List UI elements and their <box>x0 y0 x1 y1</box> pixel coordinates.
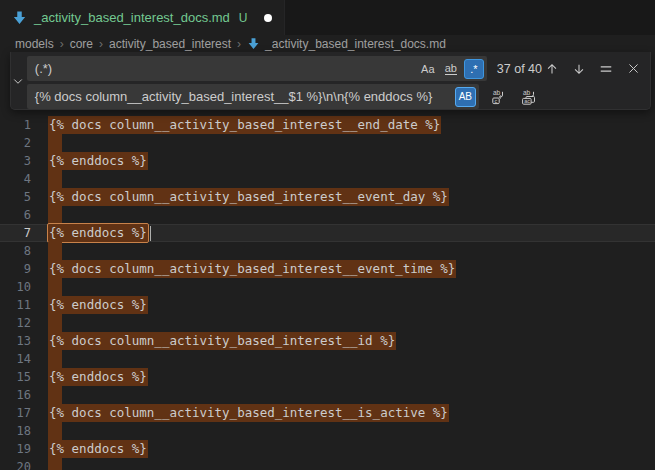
regex-toggle[interactable]: .* <box>464 59 484 79</box>
line-number: 16 <box>0 386 31 404</box>
line-number: 20 <box>0 458 31 470</box>
line-number: 14 <box>0 350 31 368</box>
line-number: 6 <box>0 206 31 224</box>
code-line[interactable]: 15{% enddocs %} <box>0 368 655 386</box>
breadcrumb-models[interactable]: models <box>15 37 54 51</box>
code-line[interactable]: 8 <box>0 242 655 260</box>
svg-text:ac: ac <box>525 98 531 104</box>
code-line[interactable]: 16 <box>0 386 655 404</box>
find-nav-buttons <box>542 59 643 79</box>
line-content: {% enddocs %} <box>31 440 148 458</box>
line-number: 8 <box>0 242 31 260</box>
breadcrumb-activity-based-interest[interactable]: activity_based_interest <box>109 37 231 51</box>
breadcrumb-core[interactable]: core <box>70 37 93 51</box>
find-match-empty-highlight <box>48 422 62 440</box>
code-line[interactable]: 1{% docs column__activity_based_interest… <box>0 116 655 134</box>
replace-input[interactable]: {% docs column__activity_based_interest_… <box>27 84 479 109</box>
line-number: 13 <box>0 332 31 350</box>
match-case-toggle[interactable]: Aa <box>418 59 438 79</box>
git-status-badge: U <box>239 11 248 25</box>
code-line[interactable]: 17{% docs column__activity_based_interes… <box>0 404 655 422</box>
code-line[interactable]: 13{% docs column__activity_based_interes… <box>0 332 655 350</box>
chevron-right-icon: › <box>98 37 104 51</box>
arrow-up-icon <box>545 62 559 76</box>
line-content <box>31 350 62 368</box>
line-content <box>31 422 62 440</box>
tab-bar: _activity_based_interest_docs.md U <box>0 0 655 35</box>
match-case-icon: Aa <box>421 63 434 75</box>
line-number: 18 <box>0 422 31 440</box>
find-match-empty-highlight <box>48 242 62 260</box>
line-number: 12 <box>0 314 31 332</box>
code-line[interactable]: 2 <box>0 134 655 152</box>
regex-icon: .* <box>470 63 477 75</box>
replace-row: {% docs column__activity_based_interest_… <box>25 84 650 109</box>
editor[interactable]: 1{% docs column__activity_based_interest… <box>0 52 655 470</box>
find-in-selection-icon <box>599 62 613 76</box>
line-content: {% enddocs %} <box>31 368 148 386</box>
line-content: {% enddocs %} <box>31 296 148 314</box>
arrow-down-icon <box>572 62 586 76</box>
svg-text:ab: ab <box>493 89 501 96</box>
next-match-button[interactable] <box>569 59 589 79</box>
line-number: 2 <box>0 134 31 152</box>
line-content <box>31 278 62 296</box>
find-match-highlight: {% docs column__activity_based_interest_… <box>48 188 449 206</box>
find-match-highlight: {% docs column__activity_based_interest_… <box>48 332 396 350</box>
search-options: Aa ab .* <box>418 59 484 79</box>
previous-match-button[interactable] <box>542 59 562 79</box>
line-content <box>31 386 62 404</box>
unsaved-changes-dot[interactable] <box>264 14 272 22</box>
find-match-highlight: {% enddocs %} <box>48 152 148 170</box>
find-row: (.*) Aa ab .* 37 of 40 <box>25 56 650 81</box>
line-content <box>31 206 62 224</box>
line-number: 3 <box>0 152 31 170</box>
find-match-empty-highlight <box>48 278 62 296</box>
code-line[interactable]: 19{% enddocs %} <box>0 440 655 458</box>
line-content <box>31 134 62 152</box>
find-match-highlight: {% docs column__activity_based_interest_… <box>48 116 441 134</box>
line-content: {% docs column__activity_based_interest_… <box>31 404 449 422</box>
code-line[interactable]: 12 <box>0 314 655 332</box>
line-content: {% docs column__activity_based_interest_… <box>31 116 441 134</box>
line-content <box>31 170 62 188</box>
whole-word-toggle[interactable]: ab <box>441 59 461 79</box>
code-line[interactable]: 14 <box>0 350 655 368</box>
replace-all-button[interactable]: ab ac <box>519 87 539 107</box>
find-match-empty-highlight <box>48 206 62 224</box>
tab-activity-based-interest-docs[interactable]: _activity_based_interest_docs.md U <box>0 0 285 35</box>
code-line[interactable]: 18 <box>0 422 655 440</box>
code-line[interactable]: 10 <box>0 278 655 296</box>
code-line[interactable]: 6 <box>0 206 655 224</box>
breadcrumb-file[interactable]: _activity_based_interest_docs.md <box>247 37 446 51</box>
code-line[interactable]: 5{% docs column__activity_based_interest… <box>0 188 655 206</box>
preserve-case-toggle[interactable]: AB <box>455 87 476 107</box>
line-number: 7 <box>0 224 31 242</box>
match-count: 37 of 40 <box>497 62 542 76</box>
find-match-highlight: {% enddocs %} <box>48 224 148 242</box>
find-match-empty-highlight <box>48 170 62 188</box>
svg-text:c: c <box>494 97 497 103</box>
replace-button[interactable]: ab c <box>489 87 509 107</box>
code-line[interactable]: 20 <box>0 458 655 470</box>
line-content: {% docs column__activity_based_interest_… <box>31 260 456 278</box>
code-line[interactable]: 11{% enddocs %} <box>0 296 655 314</box>
close-find-button[interactable] <box>623 59 643 79</box>
line-number: 17 <box>0 404 31 422</box>
vscode-editor-window: _activity_based_interest_docs.md U model… <box>0 0 655 470</box>
code-line[interactable]: 9{% docs column__activity_based_interest… <box>0 260 655 278</box>
line-number: 11 <box>0 296 31 314</box>
search-input[interactable]: (.*) Aa ab .* <box>27 56 487 81</box>
code-line[interactable]: 4 <box>0 170 655 188</box>
find-match-empty-highlight <box>48 314 62 332</box>
toggle-replace-button[interactable] <box>11 52 25 109</box>
line-content <box>31 242 62 260</box>
close-icon <box>627 62 640 75</box>
line-number: 19 <box>0 440 31 458</box>
chevron-down-icon <box>12 75 24 87</box>
breadcrumb: models › core › activity_based_interest … <box>0 35 655 52</box>
line-number: 15 <box>0 368 31 386</box>
find-in-selection-button[interactable] <box>596 59 616 79</box>
code-line[interactable]: 7{% enddocs %} <box>0 224 655 242</box>
code-line[interactable]: 3{% enddocs %} <box>0 152 655 170</box>
